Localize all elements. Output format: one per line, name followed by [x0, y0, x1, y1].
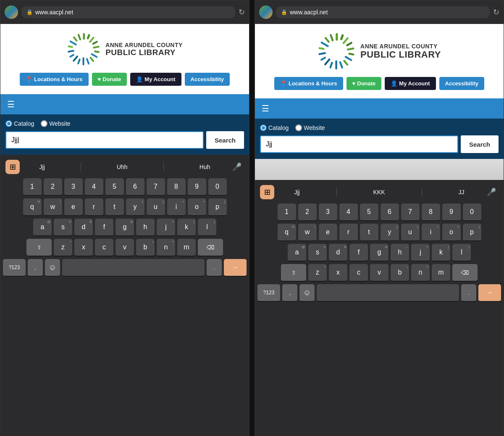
left-key-u[interactable]: u]	[147, 198, 165, 216]
right-key-v[interactable]: v	[370, 264, 388, 282]
right-key-n[interactable]: n?	[411, 264, 430, 282]
left-key-v[interactable]: v	[116, 239, 134, 256]
left-key-return[interactable]: →	[224, 259, 247, 277]
right-key-emoji[interactable]: ☺	[299, 284, 315, 302]
left-key-r[interactable]: r	[85, 198, 103, 216]
left-key-3[interactable]: 3	[64, 178, 83, 196]
right-key-r[interactable]: r	[339, 224, 358, 241]
left-key-s[interactable]: s#	[54, 219, 72, 236]
left-key-8[interactable]: 8	[167, 178, 186, 196]
right-key-a[interactable]: a@	[288, 244, 306, 262]
left-suggestion-2[interactable]: Uhh	[113, 162, 131, 172]
right-key-e[interactable]: e	[319, 224, 337, 241]
left-suggestion-1[interactable]: Jjj	[36, 162, 48, 172]
right-key-w[interactable]: w\	[298, 224, 317, 241]
right-key-o[interactable]: o>	[442, 224, 461, 241]
left-key-q[interactable]: q%	[23, 198, 42, 216]
left-key-h[interactable]: h-	[136, 219, 155, 236]
left-key-5[interactable]: 5	[105, 178, 124, 196]
right-key-8[interactable]: 8	[422, 203, 440, 221]
right-key-return[interactable]: →	[478, 284, 501, 302]
left-key-t[interactable]: t	[105, 198, 124, 216]
right-key-l[interactable]: l)	[452, 244, 471, 262]
left-key-7[interactable]: 7	[147, 178, 165, 196]
left-key-c[interactable]: c	[95, 239, 113, 256]
left-website-radio[interactable]: Website	[41, 120, 70, 127]
right-key-shift[interactable]: ⇧	[281, 264, 306, 282]
left-key-i[interactable]: i<	[167, 198, 186, 216]
right-hamburger-icon[interactable]: ☰	[262, 104, 269, 113]
left-search-input[interactable]	[5, 131, 204, 149]
right-accessibility-button[interactable]: Accessibility	[439, 77, 485, 90]
right-key-t[interactable]: t	[360, 224, 378, 241]
right-key-x[interactable]: x	[329, 264, 347, 282]
left-key-f[interactable]: f-	[95, 219, 113, 236]
left-hamburger-icon[interactable]: ☰	[7, 100, 15, 109]
right-key-d[interactable]: d$	[329, 244, 347, 262]
left-url-bar[interactable]: 🔒 www.aacpl.net	[21, 6, 235, 18]
right-nav-bar[interactable]: ☰	[255, 98, 504, 119]
right-key-2[interactable]: 2	[298, 203, 317, 221]
left-key-z[interactable]: z*	[54, 239, 72, 256]
left-key-y[interactable]: y[	[126, 198, 144, 216]
right-key-7[interactable]: 7	[401, 203, 420, 221]
right-key-z[interactable]: z*	[308, 264, 327, 282]
left-key-space[interactable]	[62, 259, 205, 277]
right-key-backspace[interactable]: ⌫	[452, 264, 478, 282]
left-key-p[interactable]: p{	[208, 198, 227, 216]
left-key-shift[interactable]: ⇧	[26, 239, 52, 256]
left-key-4[interactable]: 4	[85, 178, 103, 196]
right-key-j[interactable]: j+	[411, 244, 430, 262]
right-key-5[interactable]: 5	[360, 203, 378, 221]
right-website-radio[interactable]: Website	[295, 124, 325, 131]
left-key-backspace[interactable]: ⌫	[198, 239, 223, 256]
left-key-emoji[interactable]: ☺	[45, 259, 60, 277]
right-suggestion-2[interactable]: KKK	[370, 187, 388, 197]
left-key-9[interactable]: 9	[188, 178, 206, 196]
right-key-g[interactable]: g&	[370, 244, 388, 262]
right-key-6[interactable]: 6	[381, 203, 399, 221]
left-key-0[interactable]: 0	[208, 178, 227, 196]
left-key-d[interactable]: d$	[74, 219, 93, 236]
left-mic-icon[interactable]: 🎤	[230, 160, 244, 174]
right-key-123[interactable]: ?123	[257, 284, 280, 302]
left-donate-button[interactable]: ♥ Donate	[92, 73, 127, 86]
right-key-p[interactable]: p{	[463, 224, 481, 241]
right-key-9[interactable]: 9	[442, 203, 461, 221]
left-key-n[interactable]: n?	[157, 239, 175, 256]
left-key-w[interactable]: w\	[44, 198, 62, 216]
right-key-c[interactable]: c	[349, 264, 368, 282]
left-key-l[interactable]: l)	[198, 219, 216, 236]
left-key-2[interactable]: 2	[44, 178, 62, 196]
right-key-y[interactable]: y[	[381, 224, 399, 241]
right-url-bar[interactable]: 🔒 www.aacpl.net	[276, 6, 490, 18]
right-suggestion-3[interactable]: JJ	[455, 187, 467, 197]
right-key-space[interactable]	[317, 284, 459, 302]
right-key-1[interactable]: 1	[278, 203, 296, 221]
left-key-comma[interactable]: ,	[28, 259, 43, 277]
right-suggestion-1[interactable]: Jjj	[291, 187, 303, 197]
right-key-3[interactable]: 3	[319, 203, 337, 221]
right-key-k[interactable]: k(	[432, 244, 450, 262]
left-key-g[interactable]: g&	[116, 219, 134, 236]
left-key-6[interactable]: 6	[126, 178, 144, 196]
right-key-comma[interactable]: ,	[282, 284, 297, 302]
left-key-1[interactable]: 1	[23, 178, 42, 196]
left-nav-bar[interactable]: ☰	[0, 94, 249, 114]
left-key-o[interactable]: o>	[188, 198, 206, 216]
left-locations-button[interactable]: 📍 Locations & Hours	[20, 73, 89, 86]
right-myaccount-button[interactable]: 👤 My Account	[385, 77, 436, 90]
right-catalog-radio[interactable]: Catalog	[260, 124, 289, 131]
right-key-u[interactable]: u]	[401, 224, 420, 241]
left-key-x[interactable]: x	[74, 239, 93, 256]
right-donate-button[interactable]: ♥ Donate	[346, 77, 382, 90]
right-key-i[interactable]: i<	[422, 224, 440, 241]
right-mic-icon[interactable]: 🎤	[484, 185, 499, 199]
left-key-a[interactable]: a@	[33, 219, 52, 236]
right-key-f[interactable]: f-	[349, 244, 368, 262]
right-search-button[interactable]: Search	[461, 135, 499, 153]
left-catalog-radio[interactable]: Catalog	[5, 120, 34, 127]
right-key-s[interactable]: s#	[308, 244, 327, 262]
left-key-e[interactable]: e	[64, 198, 83, 216]
left-suggestion-3[interactable]: Huh	[196, 162, 214, 172]
